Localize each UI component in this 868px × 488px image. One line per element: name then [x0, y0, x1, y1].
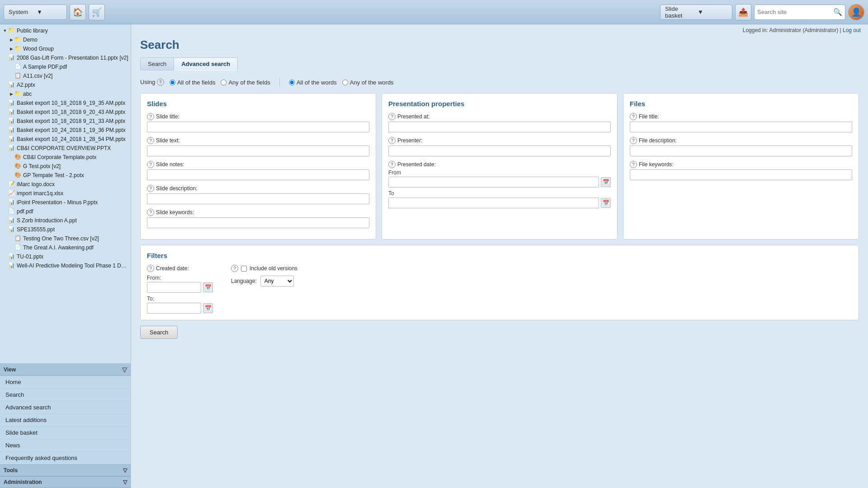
tree-item[interactable]: 📈import imarc1q.xlsx	[0, 189, 131, 198]
nav-view: View ▽ HomeSearchAdvanced searchLatest a…	[0, 363, 131, 465]
using-label: Using ?	[140, 79, 164, 86]
tree-item[interactable]: 📊Well-AI Predictive Modeling Tool Phase …	[0, 261, 131, 270]
nav-item-home[interactable]: Home	[0, 376, 131, 389]
tree-expander: ▶	[8, 91, 14, 97]
page-title: Search	[140, 38, 859, 52]
tree-item[interactable]: 🎨G Test.potx [v2]	[0, 162, 131, 171]
view-section-header[interactable]: View ▽	[0, 364, 131, 376]
basket-icon-btn[interactable]: 🛒	[89, 4, 105, 20]
tree-item[interactable]: ▶📁Wood Group	[0, 44, 131, 53]
slide-keywords-help[interactable]: ?	[147, 209, 154, 216]
using-help-icon[interactable]: ?	[157, 79, 164, 86]
include-old-row[interactable]: Include old versions	[241, 265, 297, 272]
search-button[interactable]: Search	[140, 326, 178, 339]
created-from-input[interactable]	[147, 282, 201, 293]
slide-notes-input[interactable]	[147, 169, 369, 180]
nav-item-search[interactable]: Search	[0, 389, 131, 401]
tree-item[interactable]: ▶📁abc	[0, 89, 131, 99]
tree-item[interactable]: ▶📁Demo	[0, 35, 131, 44]
include-old-checkbox[interactable]	[241, 266, 247, 272]
any-fields-option[interactable]: Any of the fields	[221, 79, 270, 86]
tree-item-icon: 📊	[8, 117, 15, 125]
all-words-option[interactable]: All of the words	[289, 79, 337, 86]
nav-item-advanced-search[interactable]: Advanced search	[0, 401, 131, 414]
tree-root[interactable]: ▼ 📁 Public library	[0, 26, 131, 35]
created-to-calendar[interactable]: 📅	[203, 303, 213, 313]
slide-description-input[interactable]	[147, 193, 369, 204]
tree-item-label: Basket export 10_18_2018 9_19_35 AM.pptx	[17, 100, 125, 106]
presented-to-calendar[interactable]: 📅	[601, 198, 611, 208]
tab-advanced-search[interactable]: Advanced search	[174, 57, 238, 70]
tree-item[interactable]: 📝iMarc logo.docx	[0, 180, 131, 189]
presented-from-input[interactable]	[388, 177, 599, 188]
presented-date-help[interactable]: ?	[388, 161, 396, 168]
slide-text-input[interactable]	[147, 145, 369, 156]
tree-item-icon: 📊	[8, 226, 15, 233]
created-from-calendar[interactable]: 📅	[203, 282, 213, 292]
tree-item-label: pdf.pdf	[17, 208, 33, 215]
file-description-help[interactable]: ?	[630, 137, 637, 144]
nav-item-latest-additions[interactable]: Latest additions	[0, 414, 131, 427]
tree-item[interactable]: 🎨CB&I Corporate Template.potx	[0, 153, 131, 162]
tree-item[interactable]: 📊SPE135555.ppt	[0, 225, 131, 234]
nav-item-slide-basket[interactable]: Slide basket	[0, 427, 131, 439]
tree-item[interactable]: 📊CB&I CORPORATE OVERVIEW.PPTX	[0, 144, 131, 153]
slide-text-help[interactable]: ?	[147, 137, 154, 144]
slide-notes-help[interactable]: ?	[147, 161, 154, 168]
tree-item[interactable]: 📊Basket export 10_24_2018 1_28_54 PM.ppt…	[0, 135, 131, 144]
slide-title-help[interactable]: ?	[147, 113, 154, 120]
tree-item[interactable]: 📄The Great A.I. Awakening.pdf	[0, 243, 131, 252]
tree-item[interactable]: 📊iPoint Presentation - Minus P.pptx	[0, 198, 131, 207]
file-keywords-help[interactable]: ?	[630, 161, 637, 168]
tree-item[interactable]: 📊TU-01.pptx	[0, 252, 131, 261]
presenter-input[interactable]	[388, 145, 611, 156]
slide-basket-dropdown[interactable]: Slide basket ▼	[660, 5, 732, 20]
slide-keywords-input[interactable]	[147, 217, 369, 228]
tree-item[interactable]: 📋A11.csv [v2]	[0, 71, 131, 80]
basket-action-icon[interactable]: 📤	[735, 4, 751, 20]
presented-from-calendar[interactable]: 📅	[601, 177, 611, 187]
slide-title-input[interactable]	[147, 122, 369, 132]
presenter-field: ? Presenter:	[388, 137, 611, 156]
slide-description-help[interactable]: ?	[147, 185, 154, 192]
presented-at-help[interactable]: ?	[388, 113, 396, 120]
nav-item-news[interactable]: News	[0, 439, 131, 452]
tree-item[interactable]: 📊S Zorb Introduction A.ppt	[0, 216, 131, 225]
tree-item[interactable]: 📊Basket export 10_18_2018 9_21_33 AM.ppt…	[0, 117, 131, 126]
tools-section-label: Tools	[4, 467, 18, 474]
presented-to-input[interactable]	[388, 197, 599, 208]
file-description-input[interactable]	[630, 145, 852, 156]
tree-item[interactable]: 📊Basket export 10_18_2018 9_19_35 AM.ppt…	[0, 99, 131, 108]
file-title-help[interactable]: ?	[630, 113, 637, 120]
tree-item[interactable]: 📊Basket export 10_24_2018 1_19_36 PM.ppt…	[0, 126, 131, 135]
home-icon-btn[interactable]: 🏠	[70, 4, 86, 20]
tab-search[interactable]: Search	[140, 57, 174, 70]
search-site-icon[interactable]: 🔍	[833, 8, 842, 16]
tree-item[interactable]: 📊A2.pptx	[0, 80, 131, 89]
logout-link[interactable]: Log out	[843, 27, 861, 33]
presenter-help[interactable]: ?	[388, 137, 396, 144]
language-select[interactable]: AnyEnglishFrenchSpanishGerman	[260, 276, 294, 286]
any-words-option[interactable]: Any of the words	[342, 79, 394, 86]
tree-item[interactable]: 📋Testing One Two Three.csv [v2]	[0, 234, 131, 243]
file-keywords-field: ? File keywords:	[630, 161, 852, 180]
created-date-help[interactable]: ?	[147, 265, 154, 272]
include-old-help[interactable]: ?	[231, 265, 238, 272]
all-fields-option[interactable]: All of the fields	[170, 79, 216, 86]
created-from-label: From:	[147, 275, 213, 281]
nav-item-frequently-asked-questions[interactable]: Frequently asked questions	[0, 452, 131, 465]
tools-section-header[interactable]: Tools ▽	[0, 465, 131, 476]
created-to-input[interactable]	[147, 303, 201, 314]
file-title-input[interactable]	[630, 122, 852, 132]
file-keywords-input[interactable]	[630, 169, 852, 180]
admin-section-header[interactable]: Administration ▽	[0, 476, 131, 488]
tree-item[interactable]: 🎨GP Tempate Test - 2.potx	[0, 171, 131, 180]
system-dropdown[interactable]: System ▼	[4, 5, 67, 20]
tree-item[interactable]: 📊2008 Gas-Lift Form - Presentation 11.pp…	[0, 53, 131, 62]
user-avatar[interactable]: 👤	[848, 4, 864, 20]
presented-at-input[interactable]	[388, 122, 611, 132]
tree-item[interactable]: 📄A Sample PDF.pdf	[0, 62, 131, 71]
search-site-input[interactable]	[757, 9, 833, 15]
tree-item[interactable]: 📄pdf.pdf	[0, 207, 131, 216]
tree-item[interactable]: 📊Basket export 10_18_2018 9_20_43 AM.ppt…	[0, 108, 131, 117]
